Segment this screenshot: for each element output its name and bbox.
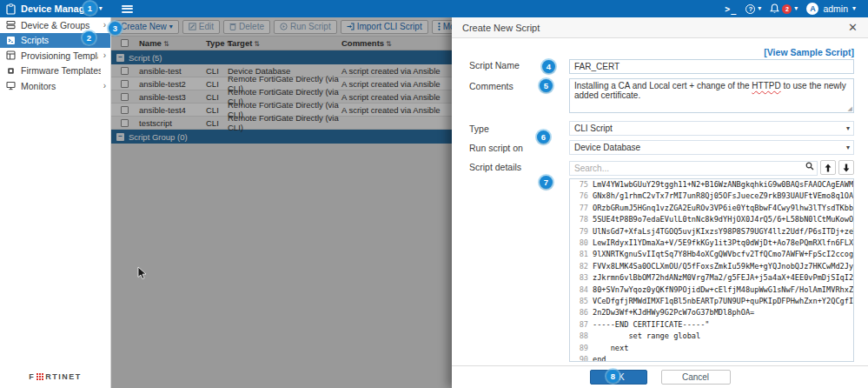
line-number: 75	[570, 179, 593, 191]
script-details-label: Script details	[469, 159, 569, 362]
create-new-script-panel: Create New Script ✕ [View Sample Script]…	[452, 17, 868, 388]
code-line: 78 5SUE4tP8B9o7edaEVulL0tnNc8k9dYHjOX0J4…	[570, 214, 853, 225]
avatar: A	[806, 3, 818, 15]
clipboard-icon	[6, 3, 16, 15]
code-line: 77 ORzbGRumJ5HGnq1vzZGA2EuROv3VP6ie0YtqB…	[570, 203, 853, 214]
notifications-menu[interactable]: 2 ▾	[770, 3, 798, 14]
fortinet-logo: F RTINET	[0, 372, 110, 381]
sidebar-item-label: Monitors	[21, 81, 98, 91]
chevron-right-icon: ›	[103, 20, 106, 30]
type-label: Type	[469, 121, 569, 136]
help-menu[interactable]: ? ▾	[745, 4, 761, 14]
line-number: 83	[570, 272, 593, 284]
devices-icon	[5, 20, 16, 30]
panel-body: [View Sample Script] Script Name Comment…	[452, 38, 868, 365]
code-line: 86 2n2Dw3Wf+KJdHWy9G2PcW7oG37bMDl8phOA=	[570, 307, 853, 318]
type-select[interactable]: CLI Script ▾	[569, 121, 854, 136]
chevron-down-icon: ▾	[794, 5, 798, 12]
run-script-on-select[interactable]: Device Database ▾	[569, 140, 854, 155]
script-name-input[interactable]	[569, 59, 854, 74]
step-badge-7: 7	[540, 176, 553, 189]
code-line: 75 LmV4YW1wbGUuY29tggh11+N2+B16WzANBgkqh…	[570, 179, 853, 191]
chevron-down-icon: ▾	[852, 5, 856, 12]
cli-console-icon[interactable]: >_	[725, 4, 737, 14]
comments-textarea[interactable]: Installing a CA and Local cert + change …	[569, 78, 854, 113]
misspelled-word: HTTPD	[752, 81, 780, 90]
close-icon[interactable]: ✕	[848, 22, 858, 33]
line-text: next	[593, 343, 628, 354]
step-badge-3: 3	[109, 22, 122, 35]
line-text: FVVx8LMK4Sa0OCLXmOU/Q5fFoxsZmkIu59kMe+gY…	[593, 261, 854, 272]
line-number: 79	[570, 226, 593, 237]
code-line: 82 FVVx8LMK4Sa0OCLXmOU/Q5fFoxsZmkIu59kMe…	[570, 261, 853, 272]
chevron-right-icon: ›	[103, 50, 106, 60]
line-text: end	[593, 354, 606, 362]
line-number: 84	[570, 284, 593, 296]
code-line: 84 80+SVn7wYqoz0yQKfN9POjidDw+cElfjM48up…	[570, 284, 853, 296]
line-number: 88	[570, 331, 593, 342]
line-number: 76	[570, 191, 593, 202]
line-number: 82	[570, 261, 593, 272]
sidebar-item-firmware-templates[interactable]: Firmware Templates	[0, 64, 110, 79]
bell-icon	[770, 3, 779, 14]
menu-icon[interactable]	[122, 5, 133, 13]
cancel-button[interactable]: Cancel	[661, 370, 731, 385]
panel-header: Create New Script ✕	[452, 17, 868, 38]
line-text: 80+SVn7wYqoz0yQKfN9POjidDw+cElfjM48upWwG…	[593, 284, 854, 296]
script-icon	[5, 35, 16, 45]
code-line: 85 VCeDfgfjRMWdIMXF1qBl5nbEARTp7UN9UP+qu…	[570, 296, 853, 307]
line-text: ORzbGRumJ5HGnq1vzZGA2EuROv3VP6ie0YtqBbwF…	[593, 203, 854, 214]
code-line: 76 GNx8h/g1rhmC2vTx7rMI7unR8Qj05OFsJuece…	[570, 191, 853, 202]
code-line: 79 UlNsGd7+XfaLsj4TGOQ5uvjKIxzsY98P8S79U…	[570, 226, 853, 237]
chevron-down-icon: ▾	[99, 5, 103, 12]
line-number: 86	[570, 307, 593, 318]
chevron-down-icon: ▾	[846, 125, 850, 132]
panel-footer: OK Cancel	[452, 365, 868, 388]
step-badge-5: 5	[540, 79, 553, 92]
chevron-right-icon: ›	[103, 81, 106, 90]
line-text: LewIRdyxI1YDmaXa+V/5E9fkKGy1it3Ptq0dWjDt…	[593, 237, 854, 249]
code-line: 80 LewIRdyxI1YDmaXa+V/5E9fkKGy1it3Ptq0dW…	[570, 237, 853, 249]
sidebar: Device & Groups › Scripts Provisioning T…	[0, 17, 111, 388]
line-number: 90	[570, 354, 593, 362]
mouse-cursor	[137, 266, 147, 280]
step-badge-1: 1	[83, 2, 96, 15]
chevron-down-icon: ▾	[846, 144, 850, 151]
code-line: 81 9lXNRTKgnuSvIIqtSq7Y8Hb4oXCgQWVbcfv2T…	[570, 249, 853, 260]
notification-count-badge: 2	[782, 4, 792, 14]
script-code-editor[interactable]: 75 LmV4YW1wbGUuY29tggh11+N2+B16WzANBgkqh…	[569, 178, 854, 362]
top-bar: Device Manager ▾ >_ ? ▾ 2 ▾ A admin ▾	[0, 0, 868, 17]
resize-handle[interactable]: ◢	[848, 105, 852, 112]
sidebar-item-label: Firmware Templates	[21, 65, 101, 76]
line-text: VCeDfgfjRMWdIMXF1qBl5nbEARTp7UN9UP+quPKI…	[593, 296, 854, 307]
user-menu[interactable]: A admin ▾	[806, 3, 856, 15]
sidebar-item-provisioning-templates[interactable]: Provisioning Templates ›	[0, 48, 110, 64]
line-text: 9lXNRTKgnuSvIIqtSq7Y8Hb4oXCgQWVbcfv2TfQC…	[593, 249, 854, 260]
comments-label: Comments	[469, 78, 569, 113]
view-sample-script-link[interactable]: [View Sample Script]	[764, 47, 854, 57]
code-line: 90 end	[570, 354, 853, 362]
sidebar-item-label: Provisioning Templates	[21, 50, 98, 61]
code-line: 89 next	[570, 343, 853, 354]
sidebar-item-device-groups[interactable]: Device & Groups ›	[0, 17, 110, 33]
panel-title: Create New Script	[462, 23, 540, 33]
app-window: Device Manager ▾ >_ ? ▾ 2 ▾ A admin ▾	[0, 0, 868, 388]
line-text: set range global	[593, 331, 700, 342]
search-icon[interactable]	[805, 162, 814, 171]
line-text: 5SUE4tP8B9o7edaEVulL0tnNc8k9dYHjOX0J4rQ5…	[593, 214, 854, 225]
step-badge-4: 4	[542, 60, 555, 73]
step-badge-8: 8	[606, 370, 620, 383]
sidebar-item-monitors[interactable]: Monitors ›	[0, 78, 110, 94]
user-name: admin	[823, 3, 848, 14]
run-script-on-label: Run script on	[469, 140, 569, 155]
find-next-button[interactable]	[838, 160, 854, 175]
find-previous-button[interactable]	[820, 160, 836, 175]
template-icon	[5, 50, 16, 61]
search-input[interactable]	[569, 161, 818, 176]
line-number: 87	[570, 319, 593, 331]
line-number: 85	[570, 296, 593, 307]
code-line: 83 zJkrmn6vlBbOM72hdANzM0Vrg7Ma2/g5FEJA+…	[570, 272, 853, 284]
fortinet-logo-dots	[36, 373, 43, 380]
code-line: 87 -----END CERTIFICATE-----"	[570, 319, 853, 331]
line-text: UlNsGd7+XfaLsj4TGOQ5uvjKIxzsY98P8S79UGY4…	[593, 226, 854, 237]
